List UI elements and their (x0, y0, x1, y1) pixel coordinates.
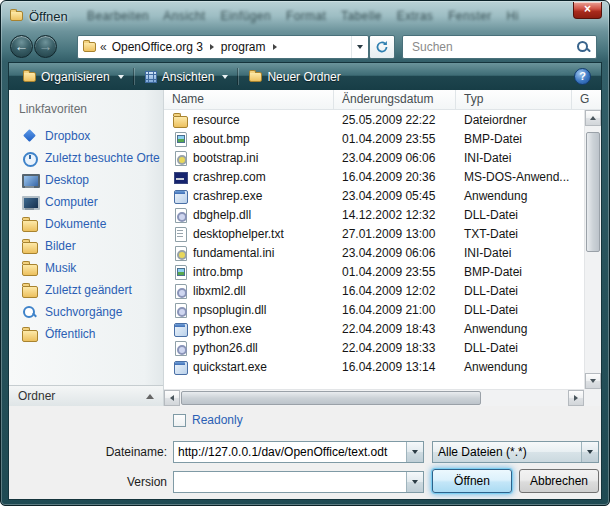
sidebar-item-dropbox[interactable]: Dropbox (9, 125, 163, 147)
column-header-type[interactable]: Typ (456, 90, 572, 109)
searches-icon (21, 304, 38, 320)
file-name: python26.dll (193, 341, 258, 355)
application-icon (172, 188, 188, 204)
chevron-up-icon (146, 394, 154, 399)
sidebar-item-recently-changed[interactable]: Zuletzt geändert (9, 279, 163, 301)
scrollbar-corner (584, 389, 601, 406)
organize-label: Organisieren (41, 70, 110, 84)
favorites-header: Linkfavoriten (9, 100, 163, 125)
chevron-down-icon (357, 45, 363, 49)
sidebar-item-public[interactable]: Öffentlich (9, 323, 163, 345)
sidebar-item-label: Suchvorgänge (45, 305, 122, 319)
dos-application-icon (172, 169, 188, 185)
search-box (402, 35, 597, 59)
file-row[interactable]: dbghelp.dll 14.12.2002 12:32 DLL-Datei (164, 205, 584, 224)
chevron-down-icon (412, 450, 418, 454)
file-row[interactable]: fundamental.ini 23.04.2009 06:06 INI-Dat… (164, 243, 584, 262)
column-header-date[interactable]: Änderungsdatum (334, 90, 456, 109)
sidebar-item-searches[interactable]: Suchvorgänge (9, 301, 163, 323)
column-header-name[interactable]: Name (164, 90, 334, 109)
new-folder-button[interactable]: Neuer Ordner (241, 66, 348, 88)
open-button[interactable]: Öffnen (432, 469, 512, 493)
readonly-label: Readonly (192, 413, 243, 427)
desktop-icon (21, 172, 38, 188)
file-type: INI-Datei (456, 246, 572, 260)
chevron-right-icon (210, 44, 214, 50)
toolbar-separator (134, 68, 135, 85)
file-row[interactable]: resource 25.05.2009 22:22 Dateiordner (164, 110, 584, 129)
breadcrumb-item-openoffice[interactable]: OpenOffice.org 3 (110, 40, 205, 54)
filetype-combobox[interactable]: Alle Dateien (*.*) (432, 441, 599, 463)
file-list-panel: Name Änderungsdatum Typ G resource 25.05… (164, 90, 601, 406)
file-row[interactable]: npsoplugin.dll 16.04.2009 21:00 DLL-Date… (164, 300, 584, 319)
scroll-left-button[interactable] (164, 390, 180, 406)
folders-expander[interactable]: Ordner (9, 385, 163, 406)
file-name: libxml2.dll (193, 284, 246, 298)
documents-folder-icon (21, 216, 38, 232)
back-button[interactable]: ← (10, 35, 33, 58)
file-row[interactable]: bootstrap.ini 23.04.2009 06:06 INI-Datei (164, 148, 584, 167)
application-icon (172, 359, 188, 375)
sidebar-item-computer[interactable]: Computer (9, 191, 163, 213)
sidebar-item-documents[interactable]: Dokumente (9, 213, 163, 235)
file-name: intro.bmp (193, 265, 243, 279)
sidebar-item-desktop[interactable]: Desktop (9, 169, 163, 191)
organize-button[interactable]: Organisieren (15, 66, 132, 88)
arrow-up-icon (590, 116, 596, 120)
search-input[interactable] (410, 39, 576, 55)
file-row[interactable]: libxml2.dll 16.04.2009 12:02 DLL-Datei (164, 281, 584, 300)
vertical-scroll-thumb[interactable] (586, 132, 600, 252)
close-button[interactable]: × (573, 2, 602, 19)
scroll-up-button[interactable] (585, 110, 601, 126)
filename-input[interactable] (174, 442, 406, 462)
forward-button[interactable]: → (34, 35, 57, 58)
file-row[interactable]: intro.bmp 01.04.2009 23:55 BMP-Datei (164, 262, 584, 281)
file-date: 27.01.2009 13:00 (334, 227, 456, 241)
sidebar-item-recent-places[interactable]: Zuletzt besuchte Orte (9, 147, 163, 169)
scroll-down-button[interactable] (585, 373, 601, 389)
sidebar-item-music[interactable]: Musik (9, 257, 163, 279)
breadcrumb-item-program[interactable]: program (219, 40, 268, 54)
file-row[interactable]: desktophelper.txt 27.01.2009 13:00 TXT-D… (164, 224, 584, 243)
file-name: fundamental.ini (193, 246, 274, 260)
file-row[interactable]: quickstart.exe 16.04.2009 13:14 Anwendun… (164, 357, 584, 376)
cancel-button[interactable]: Abbrechen (519, 469, 599, 493)
favorites-sidebar: Linkfavoriten Dropbox Zuletzt besuchte O… (9, 90, 164, 406)
arrow-left-icon (170, 395, 174, 401)
file-row[interactable]: python26.dll 22.04.2009 18:33 DLL-Datei (164, 338, 584, 357)
titlebar[interactable]: Öffnen Bearbeiten Ansicht Einfügen Forma… (1, 1, 609, 31)
filename-dropdown-button[interactable] (406, 442, 423, 462)
address-breadcrumb-bar[interactable]: « OpenOffice.org 3 program (77, 35, 369, 59)
help-icon: ? (579, 70, 586, 82)
scroll-right-button[interactable] (568, 390, 584, 406)
file-row[interactable]: about.bmp 01.04.2009 23:55 BMP-Datei (164, 129, 584, 148)
breadcrumb-overflow[interactable]: « (100, 40, 107, 54)
address-dropdown-button[interactable] (351, 36, 368, 58)
search-icon[interactable] (576, 40, 591, 55)
views-button[interactable]: Ansichten (137, 66, 237, 88)
library-file-icon (172, 302, 188, 318)
file-row[interactable]: crashrep.exe 23.04.2009 05:45 Anwendung (164, 186, 584, 205)
library-file-icon (172, 340, 188, 356)
vertical-scrollbar[interactable] (584, 110, 601, 389)
file-name: quickstart.exe (193, 360, 267, 374)
readonly-checkbox[interactable] (173, 414, 186, 427)
chevron-right-icon (273, 44, 277, 50)
horizontal-scroll-thumb[interactable] (181, 391, 481, 405)
column-header-size[interactable]: G (572, 90, 601, 109)
file-row[interactable]: crashrep.com 16.04.2009 20:36 MS-DOS-Anw… (164, 167, 584, 186)
refresh-button[interactable] (369, 35, 395, 59)
file-type: DLL-Datei (456, 303, 572, 317)
navigation-bar: ← → « OpenOffice.org 3 program (1, 32, 609, 62)
version-combobox[interactable] (173, 471, 424, 493)
horizontal-scrollbar[interactable] (164, 389, 584, 406)
sidebar-item-pictures[interactable]: Bilder (9, 235, 163, 257)
readonly-option[interactable]: Readonly (173, 413, 243, 427)
open-dialog: Öffnen Bearbeiten Ansicht Einfügen Forma… (0, 0, 610, 506)
file-row[interactable]: python.exe 22.04.2009 18:43 Anwendung (164, 319, 584, 338)
version-dropdown-button[interactable] (406, 472, 423, 492)
refresh-icon (375, 40, 389, 54)
filetype-dropdown-button[interactable] (581, 442, 598, 462)
breadcrumb-folder-icon (83, 42, 96, 52)
help-button[interactable]: ? (574, 68, 591, 85)
